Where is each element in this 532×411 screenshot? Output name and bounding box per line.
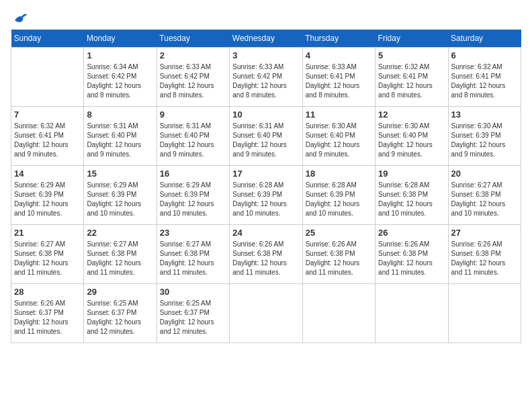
calendar-cell: 4Sunrise: 6:33 AMSunset: 6:41 PMDaylight… — [302, 48, 375, 107]
calendar-cell: 13Sunrise: 6:30 AMSunset: 6:39 PMDayligh… — [448, 107, 521, 166]
calendar-cell: 18Sunrise: 6:28 AMSunset: 6:39 PMDayligh… — [302, 166, 375, 225]
day-info: Sunrise: 6:27 AMSunset: 6:38 PMDaylight:… — [87, 240, 153, 277]
calendar-cell: 9Sunrise: 6:31 AMSunset: 6:40 PMDaylight… — [157, 107, 229, 166]
day-number: 28 — [14, 287, 81, 297]
day-info: Sunrise: 6:33 AMSunset: 6:41 PMDaylight:… — [306, 62, 372, 100]
day-info: Sunrise: 6:30 AMSunset: 6:39 PMDaylight:… — [451, 122, 518, 159]
header-day-saturday: Saturday — [448, 30, 521, 48]
day-info: Sunrise: 6:28 AMSunset: 6:38 PMDaylight:… — [378, 181, 445, 218]
calendar-cell: 26Sunrise: 6:26 AMSunset: 6:38 PMDayligh… — [375, 225, 448, 284]
calendar-cell: 8Sunrise: 6:31 AMSunset: 6:40 PMDaylight… — [84, 107, 157, 166]
day-info: Sunrise: 6:26 AMSunset: 6:38 PMDaylight:… — [306, 240, 372, 277]
week-row-3: 14Sunrise: 6:29 AMSunset: 6:39 PMDayligh… — [11, 166, 521, 225]
day-info: Sunrise: 6:26 AMSunset: 6:38 PMDaylight:… — [232, 240, 299, 277]
day-number: 24 — [232, 228, 299, 238]
day-number: 8 — [87, 109, 153, 120]
day-info: Sunrise: 6:26 AMSunset: 6:38 PMDaylight:… — [378, 240, 445, 277]
day-info: Sunrise: 6:31 AMSunset: 6:40 PMDaylight:… — [87, 122, 153, 159]
day-number: 3 — [232, 50, 299, 60]
header-day-friday: Friday — [375, 30, 448, 48]
day-number: 23 — [160, 228, 226, 238]
header-day-thursday: Thursday — [302, 30, 375, 48]
day-number: 20 — [451, 169, 518, 179]
day-info: Sunrise: 6:27 AMSunset: 6:38 PMDaylight:… — [451, 181, 518, 218]
calendar-cell: 27Sunrise: 6:26 AMSunset: 6:38 PMDayligh… — [448, 225, 521, 284]
day-info: Sunrise: 6:26 AMSunset: 6:38 PMDaylight:… — [451, 240, 518, 277]
calendar-cell — [448, 284, 521, 343]
day-number: 7 — [14, 109, 81, 120]
logo — [11, 11, 28, 21]
header-day-tuesday: Tuesday — [157, 30, 229, 48]
day-info: Sunrise: 6:28 AMSunset: 6:39 PMDaylight:… — [232, 181, 299, 218]
day-number: 29 — [87, 287, 153, 297]
calendar-cell — [11, 48, 84, 107]
header-day-monday: Monday — [84, 30, 157, 48]
day-number: 14 — [14, 169, 81, 179]
calendar-cell: 19Sunrise: 6:28 AMSunset: 6:38 PMDayligh… — [375, 166, 448, 225]
calendar-cell — [375, 284, 448, 343]
calendar-cell: 29Sunrise: 6:25 AMSunset: 6:37 PMDayligh… — [84, 284, 157, 343]
calendar-cell: 12Sunrise: 6:30 AMSunset: 6:40 PMDayligh… — [375, 107, 448, 166]
day-info: Sunrise: 6:29 AMSunset: 6:39 PMDaylight:… — [87, 181, 153, 218]
header-row: SundayMondayTuesdayWednesdayThursdayFrid… — [11, 30, 521, 48]
day-info: Sunrise: 6:26 AMSunset: 6:37 PMDaylight:… — [14, 299, 81, 336]
day-number: 26 — [378, 228, 445, 238]
day-number: 19 — [378, 169, 445, 179]
calendar-cell: 21Sunrise: 6:27 AMSunset: 6:38 PMDayligh… — [11, 225, 84, 284]
day-number: 21 — [14, 228, 81, 238]
day-info: Sunrise: 6:32 AMSunset: 6:41 PMDaylight:… — [451, 62, 518, 100]
calendar-cell: 15Sunrise: 6:29 AMSunset: 6:39 PMDayligh… — [84, 166, 157, 225]
calendar-cell: 2Sunrise: 6:33 AMSunset: 6:42 PMDaylight… — [157, 48, 229, 107]
calendar-cell: 20Sunrise: 6:27 AMSunset: 6:38 PMDayligh… — [448, 166, 521, 225]
calendar-cell: 22Sunrise: 6:27 AMSunset: 6:38 PMDayligh… — [84, 225, 157, 284]
calendar-cell: 6Sunrise: 6:32 AMSunset: 6:41 PMDaylight… — [448, 48, 521, 107]
week-row-5: 28Sunrise: 6:26 AMSunset: 6:37 PMDayligh… — [11, 284, 521, 343]
calendar-cell: 14Sunrise: 6:29 AMSunset: 6:39 PMDayligh… — [11, 166, 84, 225]
day-number: 18 — [306, 169, 372, 179]
day-info: Sunrise: 6:25 AMSunset: 6:37 PMDaylight:… — [87, 299, 153, 336]
day-number: 1 — [87, 50, 153, 60]
day-number: 15 — [87, 169, 153, 179]
calendar-cell: 7Sunrise: 6:32 AMSunset: 6:41 PMDaylight… — [11, 107, 84, 166]
week-row-2: 7Sunrise: 6:32 AMSunset: 6:41 PMDaylight… — [11, 107, 521, 166]
day-number: 6 — [451, 50, 518, 60]
calendar-cell: 30Sunrise: 6:25 AMSunset: 6:37 PMDayligh… — [157, 284, 229, 343]
day-number: 16 — [160, 169, 226, 179]
week-row-1: 1Sunrise: 6:34 AMSunset: 6:42 PMDaylight… — [11, 48, 521, 107]
day-number: 4 — [306, 50, 372, 60]
day-info: Sunrise: 6:31 AMSunset: 6:40 PMDaylight:… — [160, 122, 226, 159]
calendar-cell: 3Sunrise: 6:33 AMSunset: 6:42 PMDaylight… — [230, 48, 302, 107]
day-info: Sunrise: 6:34 AMSunset: 6:42 PMDaylight:… — [87, 62, 153, 100]
day-number: 2 — [160, 50, 226, 60]
calendar-cell: 1Sunrise: 6:34 AMSunset: 6:42 PMDaylight… — [84, 48, 157, 107]
week-row-4: 21Sunrise: 6:27 AMSunset: 6:38 PMDayligh… — [11, 225, 521, 284]
day-info: Sunrise: 6:32 AMSunset: 6:41 PMDaylight:… — [378, 62, 445, 100]
day-info: Sunrise: 6:30 AMSunset: 6:40 PMDaylight:… — [378, 122, 445, 159]
day-number: 13 — [451, 109, 518, 120]
day-number: 11 — [306, 109, 372, 120]
calendar-cell: 28Sunrise: 6:26 AMSunset: 6:37 PMDayligh… — [11, 284, 84, 343]
day-number: 12 — [378, 109, 445, 120]
header-day-sunday: Sunday — [11, 30, 84, 48]
calendar-cell: 11Sunrise: 6:30 AMSunset: 6:40 PMDayligh… — [302, 107, 375, 166]
calendar-cell: 17Sunrise: 6:28 AMSunset: 6:39 PMDayligh… — [230, 166, 302, 225]
header — [11, 11, 521, 21]
day-number: 10 — [232, 109, 299, 120]
calendar-cell — [230, 284, 302, 343]
day-info: Sunrise: 6:33 AMSunset: 6:42 PMDaylight:… — [232, 62, 299, 100]
calendar-cell: 5Sunrise: 6:32 AMSunset: 6:41 PMDaylight… — [375, 48, 448, 107]
day-info: Sunrise: 6:27 AMSunset: 6:38 PMDaylight:… — [14, 240, 81, 277]
day-info: Sunrise: 6:29 AMSunset: 6:39 PMDaylight:… — [14, 181, 81, 218]
calendar-table: SundayMondayTuesdayWednesdayThursdayFrid… — [11, 30, 521, 343]
calendar-cell: 23Sunrise: 6:27 AMSunset: 6:38 PMDayligh… — [157, 225, 229, 284]
day-info: Sunrise: 6:30 AMSunset: 6:40 PMDaylight:… — [306, 122, 372, 159]
calendar-cell: 24Sunrise: 6:26 AMSunset: 6:38 PMDayligh… — [230, 225, 302, 284]
logo-bird-icon — [12, 11, 28, 24]
day-info: Sunrise: 6:27 AMSunset: 6:38 PMDaylight:… — [160, 240, 226, 277]
calendar-cell: 16Sunrise: 6:29 AMSunset: 6:39 PMDayligh… — [157, 166, 229, 225]
calendar-cell: 25Sunrise: 6:26 AMSunset: 6:38 PMDayligh… — [302, 225, 375, 284]
day-info: Sunrise: 6:32 AMSunset: 6:41 PMDaylight:… — [14, 122, 81, 159]
day-number: 27 — [451, 228, 518, 238]
day-info: Sunrise: 6:33 AMSunset: 6:42 PMDaylight:… — [160, 62, 226, 100]
day-number: 30 — [160, 287, 226, 297]
